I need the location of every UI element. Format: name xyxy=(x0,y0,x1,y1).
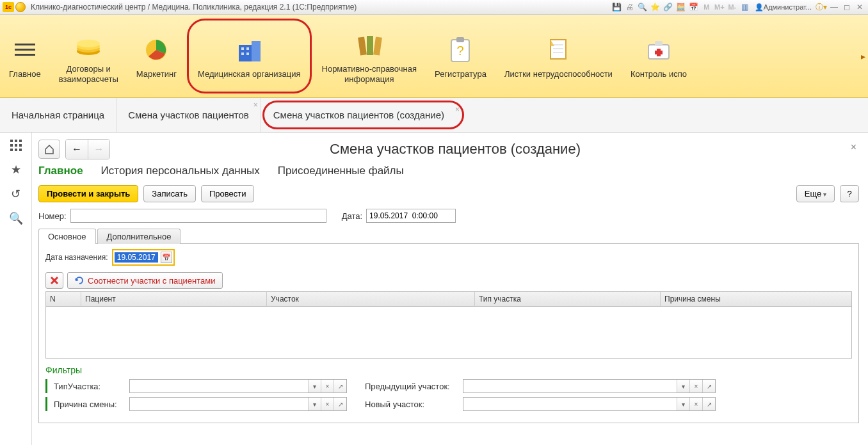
favorite-icon[interactable]: ⭐ xyxy=(650,2,661,12)
content-area: ← → Смена участков пациентов (создание) … xyxy=(32,133,868,445)
home-button[interactable] xyxy=(38,140,60,159)
number-input[interactable] xyxy=(70,209,326,223)
svg-rect-28 xyxy=(10,140,13,142)
nav-back-button[interactable]: ← xyxy=(66,140,88,159)
combo-open-icon[interactable]: ↗ xyxy=(702,398,715,410)
date-input[interactable] xyxy=(366,209,456,223)
tab-patient-areas[interactable]: Смена участков пациентов × xyxy=(117,98,261,132)
nav-registration[interactable]: ? Регистратура xyxy=(426,15,495,97)
combo-dropdown-icon[interactable]: ▾ xyxy=(308,398,321,410)
current-user[interactable]: 👤 Администрат... xyxy=(752,3,814,12)
inner-tab-main[interactable]: Основное xyxy=(38,229,96,244)
col-n[interactable]: N xyxy=(46,292,81,306)
post-button[interactable]: Провести xyxy=(201,185,255,202)
nav-contracts[interactable]: Договоры и взаиморасчеты xyxy=(50,15,127,97)
more-button[interactable]: Еще xyxy=(796,185,835,202)
filter-new-area-combo[interactable]: ▾ × ↗ xyxy=(463,397,716,411)
svg-rect-25 xyxy=(655,41,663,46)
svg-rect-9 xyxy=(252,41,261,61)
combo-open-icon[interactable]: ↗ xyxy=(334,380,346,392)
tab-patient-areas-label: Смена участков пациентов xyxy=(128,109,249,120)
filter-bar-icon xyxy=(45,397,47,411)
col-patient[interactable]: Пациент xyxy=(81,292,267,306)
filter-area-type-input[interactable] xyxy=(130,380,308,392)
filter-reason-combo[interactable]: ▾ × ↗ xyxy=(129,397,347,411)
patients-grid[interactable]: N Пациент Участок Тип участка Причина см… xyxy=(45,291,852,359)
subnav-history[interactable]: История персональных данных xyxy=(101,165,260,177)
print-preview-icon[interactable]: 🔍 xyxy=(637,2,648,12)
star-icon[interactable]: ★ xyxy=(8,162,24,177)
nav-marketing[interactable]: Маркетинг xyxy=(127,15,186,97)
delete-row-button[interactable] xyxy=(45,272,63,289)
window-minimize[interactable]: — xyxy=(828,2,840,12)
calc-icon[interactable]: 🧮 xyxy=(675,2,687,12)
inner-tab-extra[interactable]: Дополнительное xyxy=(97,229,181,244)
col-area-type[interactable]: Тип участка xyxy=(475,292,661,306)
tab-patient-areas-create[interactable]: Смена участков пациентов (создание) × xyxy=(262,101,464,129)
filter-reason-input[interactable] xyxy=(130,398,308,410)
combo-dropdown-icon[interactable]: ▾ xyxy=(677,380,689,392)
combo-dropdown-icon[interactable]: ▾ xyxy=(677,398,689,410)
calendar-icon[interactable]: 📅 xyxy=(688,2,700,12)
combo-dropdown-icon[interactable]: ▾ xyxy=(308,380,321,392)
combo-clear-icon[interactable]: × xyxy=(321,398,334,410)
combo-open-icon[interactable]: ↗ xyxy=(334,398,346,410)
calendar-picker-icon[interactable]: 📅 xyxy=(161,252,172,263)
save-disk-icon[interactable]: 💾 xyxy=(611,2,623,12)
combo-clear-icon[interactable]: × xyxy=(689,398,702,410)
search-icon[interactable]: 🔍 xyxy=(8,211,24,226)
m-plus-button[interactable]: M+ xyxy=(714,2,725,12)
filter-new-area-input[interactable] xyxy=(463,398,677,410)
filter-bar-icon xyxy=(45,379,47,393)
subnav-main[interactable]: Главное xyxy=(38,165,83,177)
history-icon[interactable]: ↺ xyxy=(8,186,24,202)
nav-reference-info[interactable]: Нормативно-справочная информация xyxy=(313,15,426,97)
svg-rect-33 xyxy=(19,144,22,147)
combo-clear-icon[interactable]: × xyxy=(689,380,702,392)
nav-forward-button[interactable]: → xyxy=(88,140,109,159)
nav-main[interactable]: Главное xyxy=(0,15,50,97)
window-maximize[interactable]: ◻ xyxy=(841,2,853,12)
filter-area-type-combo[interactable]: ▾ × ↗ xyxy=(129,379,347,393)
filter-new-area-label: Новый участок: xyxy=(365,400,458,409)
svg-rect-14 xyxy=(358,36,367,55)
svg-rect-27 xyxy=(655,51,663,54)
filter-prev-area-input[interactable] xyxy=(463,380,677,392)
nav-medical-org[interactable]: Медицинская организация xyxy=(187,19,312,93)
tab-start-page[interactable]: Начальная страница xyxy=(0,98,117,132)
filter-prev-area-combo[interactable]: ▾ × ↗ xyxy=(463,379,716,393)
svg-rect-32 xyxy=(15,144,17,147)
m-button[interactable]: M xyxy=(701,2,712,12)
building-icon xyxy=(234,35,264,65)
grid-body[interactable] xyxy=(46,307,851,358)
save-button[interactable]: Записать xyxy=(143,185,196,202)
svg-rect-2 xyxy=(15,54,35,56)
col-area[interactable]: Участок xyxy=(267,292,475,306)
toolbar-overflow-icon[interactable]: ▸ xyxy=(861,51,865,61)
assign-date-label: Дата назначения: xyxy=(45,253,108,262)
hamburger-icon xyxy=(10,35,40,65)
panels-icon[interactable]: ▥ xyxy=(739,2,751,12)
col-reason[interactable]: Причина смены xyxy=(661,292,851,306)
tab-close-icon[interactable]: × xyxy=(253,101,258,109)
main-panel: Дата назначения: 19.05.2017 📅 Соотнести … xyxy=(38,244,859,423)
tab-close-icon[interactable]: × xyxy=(455,105,460,114)
nav-sick-leave[interactable]: Листки нетрудоспособности xyxy=(495,15,622,97)
nav-main-label: Главное xyxy=(9,69,41,79)
link-icon[interactable]: 🔗 xyxy=(663,2,674,12)
post-and-close-button[interactable]: Провести и закрыть xyxy=(38,185,138,202)
combo-open-icon[interactable]: ↗ xyxy=(702,380,715,392)
assign-date-field[interactable]: 19.05.2017 📅 xyxy=(112,249,175,266)
m-minus-button[interactable]: M- xyxy=(727,2,738,12)
print-icon[interactable]: 🖨 xyxy=(624,2,636,12)
window-close[interactable]: ✕ xyxy=(854,2,865,12)
combo-clear-icon[interactable]: × xyxy=(321,380,334,392)
correlate-areas-button[interactable]: Соотнести участки с пациентами xyxy=(67,272,223,289)
subnav-files[interactable]: Присоединенные файлы xyxy=(278,165,404,177)
page-close-icon[interactable]: × xyxy=(851,142,856,153)
help-button[interactable]: ? xyxy=(840,185,859,202)
nav-control[interactable]: Контроль испо xyxy=(622,15,696,97)
apps-grid-icon[interactable] xyxy=(8,138,24,153)
coins-icon xyxy=(73,29,104,60)
info-icon[interactable]: ⓘ▾ xyxy=(816,2,827,12)
